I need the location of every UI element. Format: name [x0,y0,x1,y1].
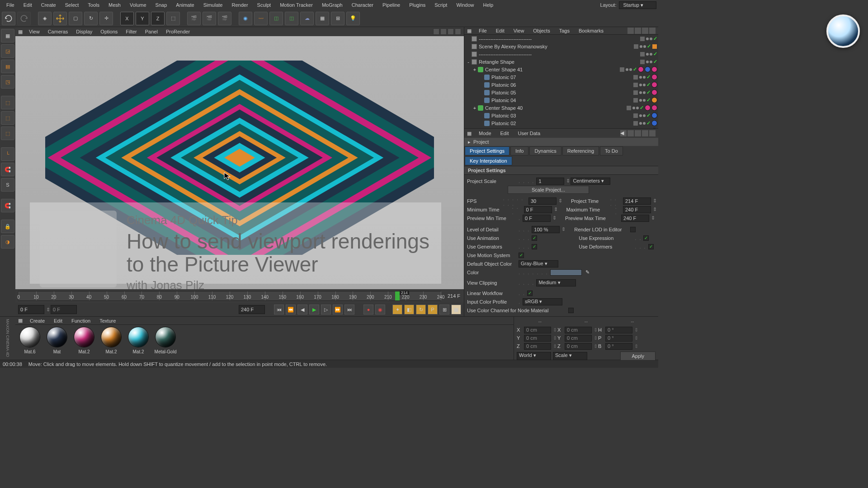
main-menu-create[interactable]: Create [37,1,61,9]
attr-tab-project-settings[interactable]: Project Settings [465,146,509,155]
visibility-toggle[interactable] [640,52,645,57]
workplane-button[interactable]: ◳ [1,75,14,89]
om-menu-bookmarks[interactable]: Bookmarks [575,27,607,34]
next-frame-button[interactable]: ▷ [321,305,331,314]
use-animation-checkbox[interactable] [532,235,537,241]
main-menu-tools[interactable]: Tools [83,1,104,9]
key-param-button[interactable]: P [428,305,438,314]
layout-select[interactable]: Startup ▾ [619,1,656,9]
om-icon-1[interactable] [627,28,634,34]
object-row[interactable]: Scene By Alexey Romanowsky ✓ [464,42,658,50]
render-region-button[interactable]: 🎬 [203,12,216,25]
timeline-ruler[interactable]: 0102030405060708090100110120130140150160… [15,289,464,303]
viewport-menu-view[interactable]: View [25,28,43,35]
max-time-field[interactable] [623,206,651,213]
main-menu-volume[interactable]: Volume [125,1,151,9]
visibility-toggle[interactable] [640,36,645,42]
object-row[interactable]: Platonic 05 ✓ [464,89,658,96]
misc-button[interactable]: ◑ [1,235,14,249]
attr-tab-to-do[interactable]: To Do [600,146,623,155]
main-menu-character[interactable]: Character [347,1,378,9]
visibility-toggle[interactable] [633,113,638,118]
next-key-button[interactable]: ⏩ [333,305,343,314]
min-time-field[interactable] [524,206,552,213]
fps-field[interactable] [528,197,557,205]
main-menu-render[interactable]: Render [227,1,252,9]
input-color-profile-select[interactable]: sRGB ▾ [523,298,562,305]
render-view-button[interactable]: 🎬 [187,12,201,25]
use-color-channel-checkbox[interactable] [568,308,574,313]
main-menu-mesh[interactable]: Mesh [104,1,125,9]
object-mode-button[interactable]: ◲ [1,44,14,58]
enable-toggle[interactable]: ✓ [640,105,644,111]
go-end-button[interactable]: ⏭ [344,305,354,314]
expand-icon[interactable]: - [466,60,471,64]
redo-button[interactable] [17,12,31,25]
main-menu-sculpt[interactable]: Sculpt [253,1,276,9]
project-scale-unit[interactable]: Centimeters ▾ [571,178,610,185]
object-row[interactable]: - Retangle Shape ✓ [464,58,658,66]
points-mode-button[interactable]: ⬚ [1,96,14,109]
magnet-button[interactable]: 🧲 [1,199,14,212]
bulb-button[interactable]: 💡 [346,12,360,25]
expand-icon[interactable] [466,52,471,56]
main-menu-file[interactable]: File [2,1,19,9]
om-menu-tags[interactable]: Tags [556,27,573,34]
enable-toggle[interactable]: ✓ [646,82,651,88]
object-row[interactable]: Platonic 04 ✓ [464,96,658,104]
axis-button[interactable]: └ [1,147,14,161]
object-row[interactable]: Platonic 07 ✓ [464,73,658,81]
place-tool[interactable]: ✛ [99,12,113,25]
expand-icon[interactable] [479,113,483,118]
viewport[interactable]: Cinema 4D Quick Tip How to send viewport… [15,36,464,289]
light-button[interactable]: ⊞ [331,12,344,25]
attr-tab-dynamics[interactable]: Dynamics [529,146,561,155]
attr-icon-1[interactable] [627,130,634,136]
object-row[interactable]: + Center Shape 41 ✓ [464,66,658,73]
viewport-menu-display[interactable]: Display [72,28,96,35]
visibility-toggle[interactable] [633,82,638,88]
prev-frame-button[interactable]: ◀ [297,305,307,314]
generator-button[interactable]: ◫ [269,12,283,25]
project-time-field[interactable] [623,197,651,205]
render-settings-button[interactable]: 🎬 [218,12,231,25]
object-row[interactable]: Platonic 03 ✓ [464,112,658,119]
enable-toggle[interactable]: ✓ [653,51,657,57]
main-menu-simulate[interactable]: Simulate [199,1,227,9]
use-generators-checkbox[interactable] [532,244,537,249]
attr-menu-edit[interactable]: Edit [497,130,513,137]
main-menu-pipeline[interactable]: Pipeline [378,1,405,9]
viewport-icon-1[interactable] [433,28,439,35]
enable-toggle[interactable]: ✓ [653,36,657,42]
visibility-toggle[interactable] [633,98,638,103]
coord-field[interactable] [605,335,632,342]
om-icon-3[interactable] [642,28,648,34]
snap-button[interactable]: 🧲 [1,163,14,176]
linear-workflow-checkbox[interactable] [527,291,533,296]
main-menu-edit[interactable]: Edit [19,1,37,9]
key-pla-button[interactable]: ⊞ [439,305,449,314]
visibility-toggle[interactable] [626,105,632,111]
axis-x-button[interactable]: X [120,12,134,25]
edges-mode-button[interactable]: ⬚ [1,111,14,125]
om-menu-edit[interactable]: Edit [492,27,508,34]
material-swatch[interactable]: Mat.2 [72,327,96,354]
spline-button[interactable]: 〰 [254,12,268,25]
autokey-button[interactable]: ◉ [375,305,385,314]
move-tool[interactable] [53,12,67,25]
polys-mode-button[interactable]: ⬚ [1,127,14,140]
camera-button[interactable]: ▦ [316,12,329,25]
enable-toggle[interactable]: ✓ [646,89,651,95]
attr-menu-user-data[interactable]: User Data [514,130,544,137]
object-manager-list[interactable]: -------------------------------- ✓ Scene… [464,35,658,128]
main-menu-motion-tracker[interactable]: Motion Tracker [275,1,317,9]
object-row[interactable]: Platonic 02 ✓ [464,119,658,127]
coord-field[interactable] [524,343,551,350]
viewport-icon-3[interactable] [448,28,454,35]
axis-z-button[interactable]: Z [151,12,165,25]
attr-icon-2[interactable] [635,130,641,136]
viewport-menu-options[interactable]: Options [97,28,121,35]
attr-icon-3[interactable] [642,130,648,136]
soft-select-button[interactable]: S [1,178,14,192]
attr-tab-info[interactable]: Info [510,146,528,155]
